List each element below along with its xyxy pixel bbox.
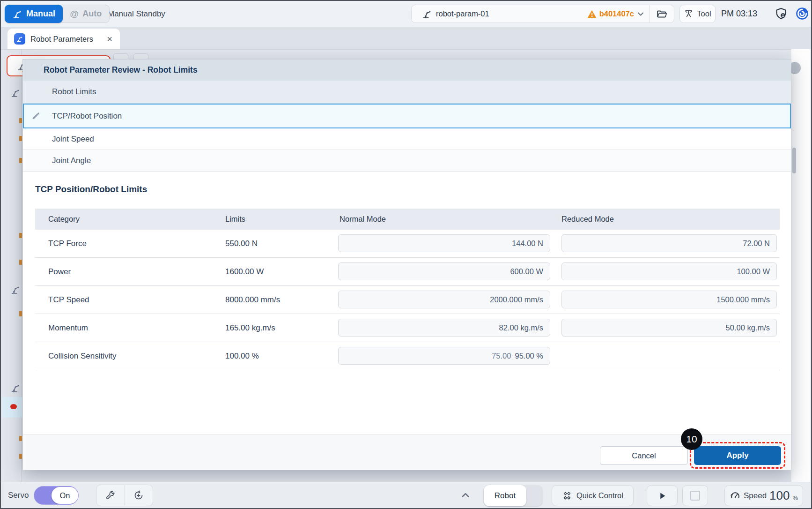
robot-arm-icon — [10, 284, 21, 295]
stop-icon — [690, 491, 700, 501]
tab-robot-parameters[interactable]: Robot Parameters × — [7, 29, 120, 49]
system-swirl-icon[interactable] — [796, 7, 809, 20]
open-file-button[interactable] — [650, 5, 674, 22]
table-row-collision-sensitivity: Collision Sensitivity 100.00 % 75.00 95.… — [35, 342, 780, 370]
menu-item-joint-speed[interactable]: Joint Speed — [23, 128, 791, 150]
dialog-header: Robot Parameter Review - Robot Limits — [23, 60, 791, 81]
apply-button[interactable]: Apply — [694, 446, 781, 465]
reduced-mode-input[interactable]: 1500.000 mm/s — [561, 291, 777, 308]
normal-mode-input[interactable]: 600.00 W — [338, 262, 550, 280]
robot-arm-icon — [10, 383, 21, 393]
row-category: Collision Sensitivity — [48, 342, 117, 370]
robot-switch-label: Robot — [484, 485, 526, 506]
speedometer-icon — [730, 490, 741, 502]
background-scrollbar-thumb[interactable] — [792, 148, 796, 173]
annotation-step-badge: 10 — [681, 428, 702, 450]
background-text-fragment — [19, 436, 22, 441]
auto-mode-label: Auto — [82, 9, 102, 19]
manual-mode-button[interactable]: Manual — [5, 5, 63, 23]
normal-mode-input[interactable]: 2000.000 mm/s — [338, 291, 550, 308]
folder-icon — [656, 8, 667, 20]
robot-status-text: Manual Standby — [108, 1, 165, 27]
menu-item-joint-angle[interactable]: Joint Angle — [23, 150, 791, 172]
menu-item-label: Robot Limits — [52, 87, 96, 97]
normal-mode-input[interactable]: 144.00 N — [338, 234, 550, 252]
section-title: TCP Position/Robot Limits — [35, 184, 147, 195]
table-row-momentum: Momentum 165.00 kg.m/s 82.00 kg.m/s 50.0… — [35, 314, 780, 342]
menu-item-label: Joint Angle — [52, 156, 91, 165]
utility-button-group — [96, 485, 153, 506]
settings-wrench-button[interactable] — [96, 485, 125, 506]
sync-jog-button[interactable] — [125, 485, 153, 506]
background-text-fragment — [19, 454, 22, 459]
quick-control-label: Quick Control — [576, 491, 623, 500]
bottom-bar: Servo On — [1, 482, 811, 509]
robot-parameter-review-dialog: Robot Parameter Review - Robot Limits Ro… — [22, 59, 791, 470]
limits-table: Category Limits Normal Mode Reduced Mode… — [35, 209, 780, 370]
row-limit: 100.00 % — [225, 342, 259, 370]
chevron-up-icon[interactable] — [461, 491, 470, 500]
servo-toggle[interactable]: On — [34, 486, 79, 505]
robot-sim-switch[interactable]: Robot — [484, 485, 543, 506]
auto-mode-icon: @ — [70, 9, 79, 19]
row-limit: 8000.000 mm/s — [225, 286, 280, 314]
robot-parameters-app-icon — [14, 33, 25, 45]
new-value: 95.00 % — [515, 352, 543, 360]
safety-shield-icon[interactable] — [775, 7, 788, 20]
col-header-reduced-mode: Reduced Mode — [561, 209, 614, 230]
table-row-power: Power 1600.00 W 600.00 W 100.00 W — [35, 258, 780, 286]
normal-mode-input[interactable]: 82.00 kg.m/s — [338, 319, 550, 337]
program-selector[interactable]: robot-param-01 b401407c — [411, 5, 674, 23]
background-text-fragment — [19, 118, 22, 123]
servo-label: Servo — [8, 482, 29, 509]
speed-value: 100 — [769, 488, 790, 503]
row-limit: 165.00 kg.m/s — [225, 314, 275, 342]
dialog-title: Robot Parameter Review - Robot Limits — [44, 65, 198, 75]
reduced-mode-input[interactable]: 72.00 N — [561, 234, 777, 252]
row-category: Momentum — [48, 314, 88, 342]
background-text-fragment — [19, 233, 22, 238]
menu-item-tcp-robot-position[interactable]: TCP/Robot Position — [23, 104, 791, 128]
cancel-button[interactable]: Cancel — [600, 446, 688, 465]
row-limit: 1600.00 W — [225, 258, 264, 285]
quick-control-button[interactable]: Quick Control — [552, 485, 634, 506]
speed-label: Speed — [744, 491, 767, 501]
auto-mode-button[interactable]: @ Auto — [60, 5, 110, 23]
manual-mode-label: Manual — [26, 9, 55, 19]
reduced-mode-input[interactable]: 50.00 kg.m/s — [561, 319, 777, 337]
robot-arm-icon — [12, 9, 22, 19]
speed-control[interactable]: Speed 100 % — [724, 485, 803, 506]
background-text-fragment — [19, 311, 22, 316]
tool-label: Tool — [697, 9, 711, 18]
stop-button[interactable] — [682, 485, 708, 506]
background-text-fragment — [19, 260, 22, 265]
tool-button[interactable]: Tool — [679, 5, 716, 23]
previous-value: 75.00 — [492, 352, 511, 360]
alarm-code: b401407c — [599, 9, 634, 18]
reduced-mode-input[interactable]: 100.00 W — [561, 262, 777, 280]
dialog-footer: Cancel Apply 10 — [23, 434, 791, 470]
play-button[interactable] — [647, 485, 678, 506]
menu-item-label: Joint Speed — [52, 135, 94, 144]
row-category: Power — [48, 258, 71, 285]
normal-mode-input[interactable]: 75.00 95.00 % — [338, 347, 550, 365]
tool-icon — [684, 9, 694, 19]
tab-close-icon[interactable]: × — [107, 34, 112, 44]
clock: PM 03:13 — [721, 1, 757, 27]
background-breakpoint-dot — [10, 404, 17, 409]
alarm-badge[interactable]: b401407c — [587, 9, 634, 19]
wrench-icon — [105, 490, 116, 501]
speed-unit: % — [793, 494, 798, 502]
row-category: TCP Force — [48, 230, 87, 257]
operation-mode-switch: Manual @ Auto — [5, 5, 110, 23]
chevron-down-icon[interactable] — [637, 10, 644, 18]
sync-plus-icon — [133, 490, 144, 501]
row-limit: 550.00 N — [225, 230, 258, 257]
robot-arm-icon — [10, 88, 21, 98]
menu-item-robot-limits[interactable]: Robot Limits — [23, 81, 791, 104]
robot-arm-icon — [422, 9, 432, 19]
background-text-fragment — [19, 136, 22, 141]
col-header-limits: Limits — [225, 209, 245, 230]
warning-icon — [587, 9, 597, 19]
col-header-normal-mode: Normal Mode — [340, 209, 386, 230]
